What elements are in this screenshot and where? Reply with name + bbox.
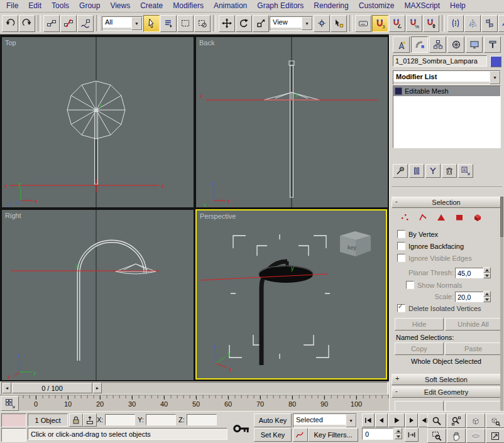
spinner-up-icon[interactable] xyxy=(483,267,491,273)
unlink-selection-button[interactable] xyxy=(60,15,77,32)
go-to-start-button[interactable] xyxy=(362,413,375,427)
edit-geometry-cutoff-button[interactable] xyxy=(395,401,444,411)
key-mode-toggle-button[interactable] xyxy=(405,428,419,442)
menu-graph-editors[interactable]: Graph Editors xyxy=(252,0,309,12)
maxscript-mini-recorder[interactable] xyxy=(1,413,26,427)
select-and-move-button[interactable] xyxy=(219,15,235,32)
rollout-edit-geometry[interactable]: - Edit Geometry xyxy=(392,386,501,398)
tab-display[interactable] xyxy=(466,36,483,53)
z-coordinate-field[interactable] xyxy=(187,414,217,425)
modifier-stack-row-selected[interactable]: Editable Mesh xyxy=(393,86,500,96)
menu-file[interactable]: File xyxy=(1,0,23,12)
viewport-perspective[interactable]: Perspective key y z x y xyxy=(195,209,387,380)
menu-customize[interactable]: Customize xyxy=(354,0,400,12)
object-color-swatch[interactable] xyxy=(490,56,501,67)
select-and-scale-button[interactable] xyxy=(253,15,269,32)
next-frame-arrow-icon[interactable]: ► xyxy=(93,383,102,393)
next-frame-button[interactable] xyxy=(405,413,418,427)
edit-named-selection-sets-button[interactable] xyxy=(447,15,464,32)
use-pivot-point-center-button[interactable] xyxy=(314,15,330,32)
menu-edit[interactable]: Edit xyxy=(23,0,47,12)
menu-tools[interactable]: Tools xyxy=(47,0,74,12)
chevron-down-icon[interactable]: ▼ xyxy=(131,17,142,30)
arc-rotate-button[interactable] xyxy=(466,429,485,443)
spinner-down-icon[interactable] xyxy=(395,434,402,439)
menu-help[interactable]: Help xyxy=(445,0,471,12)
key-mode-dropdown[interactable]: Selected ▼ xyxy=(293,413,357,428)
pin-stack-button[interactable] xyxy=(393,164,408,178)
zoom-all-button[interactable] xyxy=(447,413,466,428)
viewport-top-label[interactable]: Top xyxy=(5,39,16,46)
edit-geometry-cutoff-button[interactable] xyxy=(445,401,501,411)
align-button[interactable] xyxy=(481,15,498,32)
previous-frame-arrow-icon[interactable]: ◄ xyxy=(3,383,11,393)
configure-modifier-sets-button[interactable] xyxy=(458,164,473,178)
delete-isolated-vertices-checkbox[interactable]: ✓ Delete Isolated Vertices xyxy=(397,304,481,312)
select-and-manipulate-button[interactable] xyxy=(331,15,347,32)
modifier-list-dropdown[interactable]: Modifier List ▼ xyxy=(393,70,501,85)
snap-toggle-3d-button[interactable]: 3 xyxy=(372,15,388,32)
panel-scrollbar[interactable] xyxy=(500,197,503,411)
vertex-mode-button[interactable] xyxy=(397,211,412,224)
key-filters-button[interactable]: Key Filters... xyxy=(308,428,358,442)
by-vertex-checkbox[interactable]: By Vertex xyxy=(397,230,438,238)
zoom-extents-all-button[interactable] xyxy=(486,413,504,428)
region-zoom-button[interactable] xyxy=(427,429,446,443)
face-mode-button[interactable] xyxy=(434,211,449,224)
zoom-button[interactable] xyxy=(427,413,446,428)
curve-editor-button[interactable] xyxy=(498,15,504,32)
chevron-down-icon[interactable]: ▼ xyxy=(490,71,500,84)
keyboard-shortcut-override-button[interactable] xyxy=(355,15,371,32)
spinner-up-icon[interactable] xyxy=(395,428,402,434)
x-coordinate-field[interactable] xyxy=(105,414,135,425)
panel-scrollbar-thumb[interactable] xyxy=(500,197,503,237)
tab-utilities[interactable] xyxy=(484,36,501,53)
viewport-perspective-label[interactable]: Perspective xyxy=(200,212,236,220)
spinner-snap-toggle-button[interactable] xyxy=(423,15,439,32)
menu-group[interactable]: Group xyxy=(74,0,105,12)
zoom-extents-button[interactable] xyxy=(466,413,485,428)
viewport-right-label[interactable]: Right xyxy=(5,212,21,219)
select-by-name-button[interactable] xyxy=(160,15,177,32)
selection-filter-dropdown[interactable]: All ▼ xyxy=(102,16,143,31)
frame-spinner[interactable] xyxy=(395,428,402,439)
select-and-rotate-button[interactable] xyxy=(236,15,252,32)
spinner-down-icon[interactable] xyxy=(483,297,491,302)
menu-modifiers[interactable]: Modifiers xyxy=(168,0,209,12)
selection-lock-toggle[interactable] xyxy=(69,413,83,427)
object-name-field[interactable]: 1_0128_Sombra_Lampara xyxy=(393,55,487,67)
menu-views[interactable]: Views xyxy=(105,0,135,12)
auto-key-button[interactable]: Auto Key xyxy=(254,413,292,427)
redo-button[interactable] xyxy=(19,15,35,32)
undo-button[interactable] xyxy=(2,15,18,32)
remove-modifier-button[interactable] xyxy=(442,164,457,178)
timeline-ruler[interactable]: 0 10 20 30 40 50 60 70 80 90 100 xyxy=(19,395,389,411)
bind-to-space-warp-button[interactable] xyxy=(77,15,94,32)
viewport-back[interactable]: Back x y z x y xyxy=(195,36,388,208)
current-frame-field[interactable]: 0 xyxy=(362,428,393,440)
edge-mode-button[interactable] xyxy=(415,211,430,224)
time-slider-track[interactable]: ◄ 0 / 100 ► xyxy=(1,382,388,395)
menu-animation[interactable]: Animation xyxy=(209,0,252,12)
menu-maxscript[interactable]: MAXScript xyxy=(399,0,445,12)
scale-field[interactable]: 20,0 xyxy=(455,292,484,302)
window-crossing-toggle-button[interactable] xyxy=(194,15,211,32)
rectangular-selection-region-button[interactable] xyxy=(177,15,194,32)
make-unique-button[interactable] xyxy=(425,164,441,178)
rollout-soft-selection[interactable]: + Soft Selection xyxy=(392,374,501,385)
mirror-button[interactable] xyxy=(464,15,481,32)
time-slider-thumb[interactable]: 0 / 100 xyxy=(12,383,92,393)
chevron-down-icon[interactable]: ▼ xyxy=(346,414,356,427)
select-and-link-button[interactable] xyxy=(43,15,60,32)
scale-spinner[interactable] xyxy=(483,291,491,302)
show-end-result-button[interactable] xyxy=(409,164,424,178)
tab-modify[interactable] xyxy=(411,36,428,53)
select-object-button[interactable] xyxy=(143,15,160,32)
planar-thresh-spinner[interactable] xyxy=(483,267,491,278)
percent-snap-toggle-button[interactable]: % xyxy=(406,15,422,32)
menu-create[interactable]: Create xyxy=(135,0,168,12)
planar-thresh-field[interactable]: 45,0 xyxy=(455,268,484,278)
set-key-mode-button[interactable] xyxy=(230,415,253,442)
viewport-back-label[interactable]: Back xyxy=(199,39,214,46)
ignore-backfacing-checkbox[interactable]: Ignore Backfacing xyxy=(397,242,464,250)
